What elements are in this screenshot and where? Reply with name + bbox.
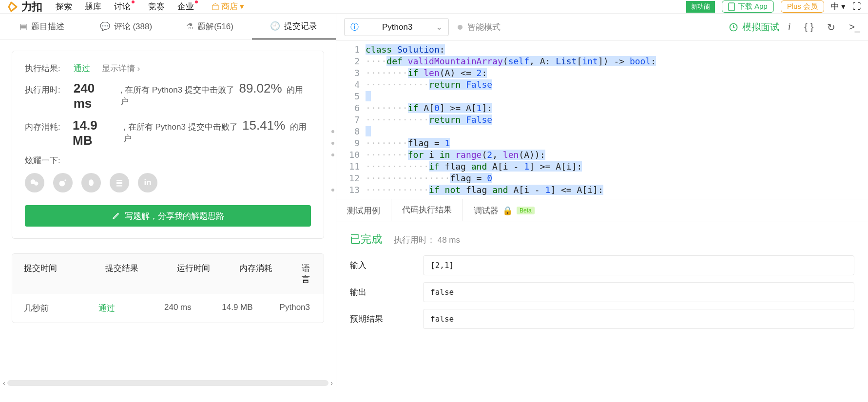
th-result: 提交结果 bbox=[94, 263, 165, 285]
tab-solutions[interactable]: ⚗题解(516) bbox=[168, 14, 252, 39]
mock-interview-button[interactable]: 模拟面试 bbox=[729, 21, 779, 34]
svg-rect-9 bbox=[116, 185, 122, 186]
tab-submissions[interactable]: 🕘提交记录 bbox=[252, 14, 336, 39]
submission-table: 提交时间 提交结果 运行时间 内存消耗 语言 几秒前 通过 240 ms 14.… bbox=[12, 253, 324, 323]
left-tabs: ▤题目描述 💬评论 (388) ⚗题解(516) 🕘提交记录 bbox=[0, 14, 336, 40]
cell-time: 几秒前 bbox=[12, 303, 87, 314]
result-status: 通过 bbox=[74, 63, 90, 74]
table-row[interactable]: 几秒前 通过 240 ms 14.9 MB Python3 bbox=[12, 294, 324, 323]
expected-value: false bbox=[423, 309, 854, 329]
result-label: 执行结果: bbox=[25, 63, 74, 74]
cell-result: 通过 bbox=[87, 303, 153, 314]
nav-shop[interactable]: 商店 ▾ bbox=[212, 1, 244, 12]
scroll-right-icon[interactable]: › bbox=[330, 379, 333, 387]
lock-icon: 🔒 bbox=[502, 206, 513, 216]
info-icon: ⓘ bbox=[350, 21, 359, 33]
svg-point-5 bbox=[64, 179, 66, 181]
chevron-down-icon: ▾ bbox=[240, 1, 244, 12]
chevron-down-icon: ⌄ bbox=[436, 22, 443, 32]
show-detail-link[interactable]: 显示详情 › bbox=[102, 63, 140, 74]
svg-rect-1 bbox=[729, 3, 734, 11]
nav-enterprise[interactable]: 企业 bbox=[177, 1, 199, 12]
cell-runtime: 240 ms bbox=[153, 303, 210, 314]
th-memory: 内存消耗 bbox=[228, 263, 290, 285]
horizontal-scrollbar[interactable]: ‹ › bbox=[0, 379, 336, 387]
input-value: [2,1] bbox=[423, 255, 854, 275]
flask-icon: ⚗ bbox=[186, 21, 193, 32]
chevron-down-icon: ▾ bbox=[841, 1, 846, 12]
reset-icon[interactable]: ↻ bbox=[827, 21, 835, 33]
wechat-icon[interactable] bbox=[25, 173, 44, 192]
runtime-tail: , 在所有 Python3 提交中击败了 89.02% 的用户 bbox=[120, 81, 311, 107]
qq-icon[interactable] bbox=[81, 173, 101, 192]
memory-value: 14.9 MB bbox=[73, 118, 119, 148]
memory-tail: , 在所有 Python3 提交中击败了 15.41% 的用户 bbox=[123, 118, 311, 144]
nav-explore[interactable]: 探索 bbox=[56, 1, 72, 12]
clock-icon: 🕘 bbox=[270, 21, 280, 31]
write-solution-button[interactable]: 写题解，分享我的解题思路 bbox=[25, 205, 311, 227]
cell-memory: 14.9 MB bbox=[210, 303, 268, 314]
smart-mode[interactable]: 智能模式 bbox=[458, 21, 501, 33]
runtime-value: 240 ms bbox=[74, 81, 116, 111]
language-value: Python3 bbox=[382, 22, 412, 32]
download-label: 下载 App bbox=[738, 2, 768, 11]
terminal-icon[interactable]: >_ bbox=[849, 21, 860, 33]
brag-label: 炫耀一下: bbox=[25, 155, 74, 166]
execution-panel: 已完成 执行用时： 48 ms 输入 [2,1] 输出 false 预期结果 f… bbox=[336, 222, 868, 345]
editor-toolbar: ⓘ Python3 ⌄ 智能模式 模拟面试 i { } ↻ >_ bbox=[336, 14, 868, 41]
bottom-tabs: 测试用例 代码执行结果 调试器 🔒 Beta bbox=[336, 199, 868, 222]
input-label: 输入 bbox=[350, 260, 384, 271]
info-italic-icon[interactable]: i bbox=[788, 21, 791, 33]
plus-label: Plus 会员 bbox=[787, 2, 818, 11]
memory-label: 内存消耗: bbox=[25, 121, 73, 133]
mode-dot-icon bbox=[458, 25, 463, 30]
svg-point-6 bbox=[89, 179, 94, 186]
tab-exec-result[interactable]: 代码执行结果 bbox=[391, 199, 463, 221]
logo[interactable]: 力扣 bbox=[7, 0, 42, 14]
nav-discuss[interactable]: 讨论 bbox=[114, 1, 135, 12]
expected-label: 预期结果 bbox=[350, 313, 384, 325]
description-icon: ▤ bbox=[19, 21, 27, 32]
nav-contest[interactable]: 竞赛 bbox=[148, 1, 165, 12]
result-card: 执行结果: 通过 显示详情 › 执行用时: 240 ms , 在所有 Pytho… bbox=[12, 51, 324, 239]
write-solution-label: 写题解，分享我的解题思路 bbox=[125, 211, 224, 222]
exec-status: 已完成 bbox=[350, 232, 382, 247]
scroll-left-icon[interactable]: ‹ bbox=[3, 379, 5, 387]
douban-icon[interactable] bbox=[110, 173, 129, 192]
svg-rect-8 bbox=[116, 182, 122, 185]
output-label: 输出 bbox=[350, 287, 384, 298]
braces-icon[interactable]: { } bbox=[804, 21, 813, 33]
svg-point-4 bbox=[59, 181, 65, 187]
output-value: false bbox=[423, 282, 854, 302]
fullscreen-icon[interactable]: ⛶ bbox=[852, 1, 861, 12]
cell-lang: Python3 bbox=[268, 303, 324, 314]
th-time: 提交时间 bbox=[12, 263, 94, 285]
language-switch[interactable]: 中▾ bbox=[831, 1, 846, 12]
tab-debugger[interactable]: 调试器 🔒 Beta bbox=[463, 199, 545, 222]
weibo-icon[interactable] bbox=[53, 173, 73, 192]
nav-problems[interactable]: 题库 bbox=[85, 1, 101, 12]
tab-description[interactable]: ▤题目描述 bbox=[0, 14, 84, 39]
red-dot-icon bbox=[195, 0, 198, 3]
tab-testcases[interactable]: 测试用例 bbox=[336, 199, 391, 222]
svg-rect-0 bbox=[212, 5, 218, 10]
svg-point-3 bbox=[34, 182, 38, 186]
red-dot-icon bbox=[132, 0, 135, 3]
linkedin-icon[interactable]: in bbox=[138, 173, 157, 192]
runtime-label: 执行用时: bbox=[25, 84, 74, 96]
exec-runtime: 执行用时： 48 ms bbox=[394, 234, 460, 246]
svg-rect-7 bbox=[116, 180, 122, 181]
th-lang: 语言 bbox=[290, 263, 324, 285]
code-editor[interactable]: 12345678910111213 class Solution:····def… bbox=[336, 41, 868, 199]
download-app-button[interactable]: 下载 App bbox=[722, 0, 774, 13]
th-runtime: 运行时间 bbox=[165, 263, 228, 285]
plus-button[interactable]: Plus 会员 bbox=[781, 0, 824, 13]
comment-icon: 💬 bbox=[100, 21, 110, 32]
language-dropdown[interactable]: ⓘ Python3 ⌄ bbox=[344, 18, 449, 36]
tab-comments[interactable]: 💬评论 (388) bbox=[84, 14, 168, 39]
logo-text: 力扣 bbox=[21, 0, 42, 14]
beta-badge: Beta bbox=[517, 207, 535, 214]
feature-flag: 新功能 bbox=[686, 1, 715, 13]
